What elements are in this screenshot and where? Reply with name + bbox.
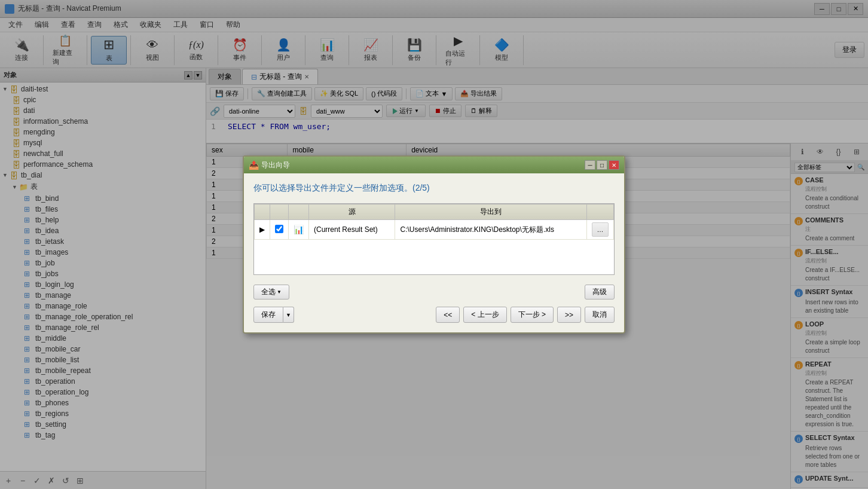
col-export: 导出到 <box>395 204 587 220</box>
col-browse <box>587 204 614 220</box>
col-type <box>289 204 309 220</box>
row-path-cell[interactable]: C:\Users\Administrator.KING\Desktop\无标题.… <box>395 220 587 240</box>
row-source-cell: (Current Result Set) <box>309 220 395 240</box>
export-table: 源 导出到 ▶ 📊 (Current Result Set) C:\Users\… <box>254 204 614 240</box>
export-row: ▶ 📊 (Current Result Set) C:\Users\Admini… <box>255 220 614 240</box>
save-main-button[interactable]: 保存 <box>253 307 283 323</box>
wizard-icon: 📤 <box>249 160 259 170</box>
xls-icon: 📊 <box>294 225 304 234</box>
browse-button[interactable]: … <box>592 222 609 237</box>
select-dropdown-arrow: ▼ <box>277 289 282 295</box>
modal-titlebar: 📤 导出向导 ─ □ ✕ <box>244 157 624 173</box>
select-all-button[interactable]: 全选 ▼ <box>253 285 289 299</box>
modal-subtitle: 你可以选择导出文件并定义一些附加选项。(2/5) <box>253 183 615 194</box>
modal-close-button[interactable]: ✕ <box>609 160 619 170</box>
row-browse-cell: … <box>587 220 614 240</box>
modal-footer: 保存 ▼ << < 上一步 下一步 > >> 取消 <box>253 307 615 323</box>
row-checkbox[interactable] <box>275 225 283 233</box>
modal-maximize-button[interactable]: □ <box>597 160 607 170</box>
modal-controls: ─ □ ✕ <box>585 160 619 170</box>
advanced-button[interactable]: 高级 <box>585 285 615 299</box>
row-arrow-cell: ▶ <box>255 220 270 240</box>
cancel-button[interactable]: 取消 <box>585 307 615 323</box>
modal-title-text: 导出向导 <box>261 160 290 170</box>
modal-nav-area: << < 上一步 下一步 > >> 取消 <box>436 307 615 323</box>
col-check <box>270 204 289 220</box>
col-expand <box>255 204 270 220</box>
col-source: 源 <box>309 204 395 220</box>
prev-button[interactable]: < 上一步 <box>463 307 506 323</box>
modal-save-area: 保存 ▼ <box>253 307 294 323</box>
advanced-label: 高级 <box>592 288 607 296</box>
export-wizard-modal: 📤 导出向导 ─ □ ✕ 你可以选择导出文件并定义一些附加选项。(2/5) <box>243 155 625 334</box>
save-btn-group: 保存 ▼ <box>253 307 294 323</box>
row-arrow: ▶ <box>259 225 265 234</box>
modal-minimize-button[interactable]: ─ <box>585 160 595 170</box>
modal-actions: 全选 ▼ 高级 <box>253 285 615 299</box>
row-type-cell: 📊 <box>289 220 309 240</box>
modal-body: 你可以选择导出文件并定义一些附加选项。(2/5) 源 导出到 <box>244 173 624 332</box>
modal-table-area: 源 导出到 ▶ 📊 (Current Result Set) C:\Users\… <box>253 203 615 275</box>
row-check-cell[interactable] <box>270 220 289 240</box>
first-button[interactable]: << <box>436 307 460 323</box>
modal-title-area: 📤 导出向导 <box>249 160 290 170</box>
save-dropdown-button[interactable]: ▼ <box>283 307 294 323</box>
select-all-label: 全选 <box>261 287 276 297</box>
select-all-group: 全选 ▼ <box>253 285 289 299</box>
last-button[interactable]: >> <box>557 307 581 323</box>
modal-overlay: 📤 导出向导 ─ □ ✕ 你可以选择导出文件并定义一些附加选项。(2/5) <box>0 0 868 489</box>
next-button[interactable]: 下一步 > <box>511 307 554 323</box>
